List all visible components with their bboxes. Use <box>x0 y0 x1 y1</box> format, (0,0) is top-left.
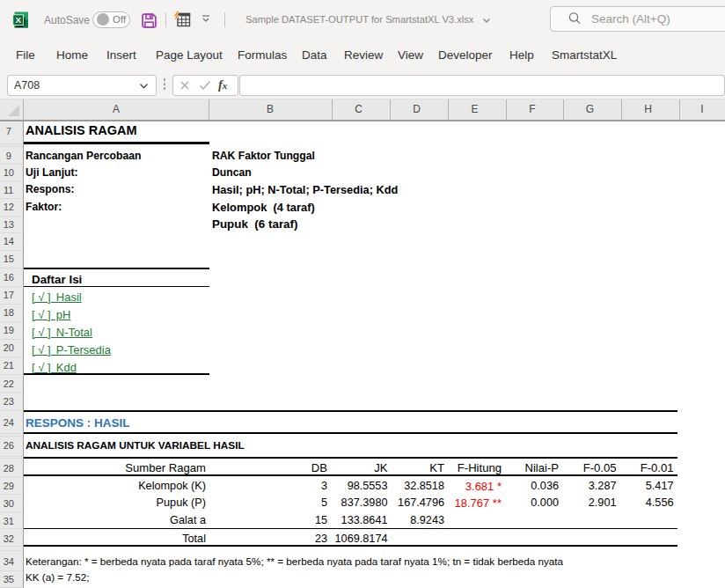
svg-text:X: X <box>15 15 21 25</box>
